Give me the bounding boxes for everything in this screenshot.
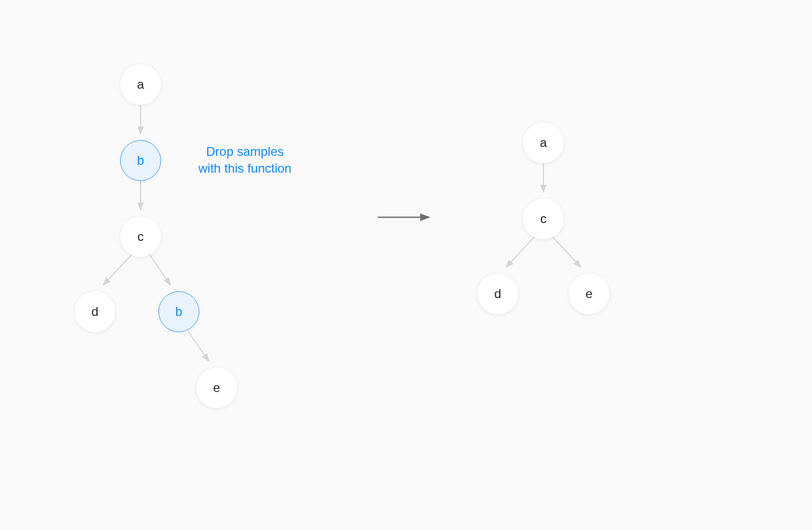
node-label: e (213, 380, 220, 395)
node-e-left: e (196, 367, 237, 408)
node-label: b (175, 304, 182, 319)
node-a-right: a (523, 122, 564, 163)
node-c-left: c (120, 216, 161, 257)
edge-c-b2 (149, 255, 170, 285)
annotation-line-2: with this function (198, 161, 291, 175)
node-label: e (585, 287, 592, 301)
edge-right-c-d (506, 237, 535, 267)
node-label: b (137, 153, 144, 168)
edge-right-c-e (552, 237, 581, 267)
edge-c-d (103, 255, 132, 285)
node-a-left: a (120, 64, 161, 105)
node-label: c (137, 229, 144, 244)
edge-b2-e (188, 331, 209, 361)
node-d-right: d (477, 273, 518, 314)
annotation-line-1: Drop samples (206, 144, 284, 158)
node-label: a (540, 135, 547, 150)
node-d-left: d (74, 291, 115, 332)
node-e-right: e (569, 273, 610, 314)
node-label: a (137, 77, 144, 92)
annotation-text: Drop samples with this function (185, 143, 305, 177)
node-label: c (540, 211, 547, 226)
node-label: d (494, 287, 501, 301)
node-c-right: c (523, 198, 564, 239)
node-label: d (91, 304, 98, 319)
node-b2-left: b (158, 291, 199, 332)
node-b1-left: b (120, 140, 161, 181)
